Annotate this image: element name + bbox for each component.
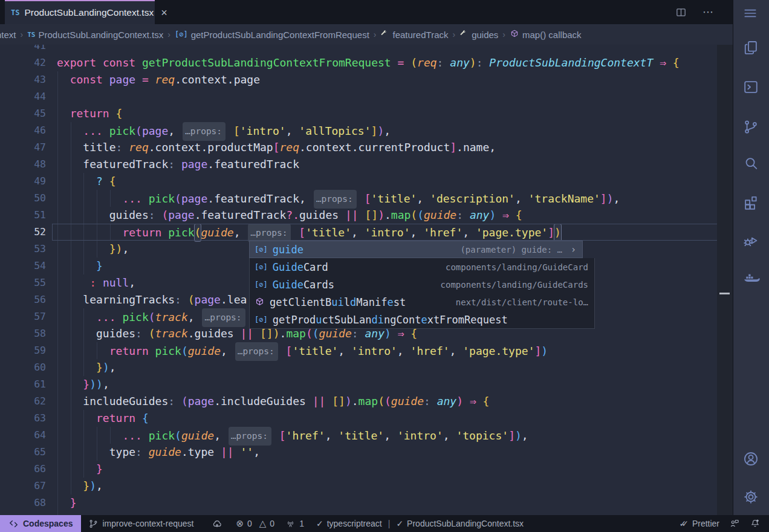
line-number[interactable]: 59	[0, 342, 46, 359]
code-line-66[interactable]: 66 }	[0, 461, 717, 478]
line-number[interactable]: 68	[0, 495, 46, 511]
breadcrumb-folder[interactable]: ntext	[0, 30, 16, 40]
inlay-hint: …props:	[314, 190, 357, 209]
editor-scrollbar[interactable]	[717, 45, 733, 515]
feedback-button[interactable]	[729, 515, 740, 532]
line-number[interactable]: 41	[0, 45, 46, 54]
language-mode-indicator[interactable]: ✓ typescriptreact	[316, 515, 382, 532]
code-line-68[interactable]: 68 }	[0, 495, 717, 511]
line-number[interactable]: 51	[0, 207, 46, 224]
line-code: includeGuides: (page.includeGuides || []…	[57, 393, 489, 410]
line-code: return {	[57, 410, 149, 427]
line-number[interactable]: 46	[0, 122, 46, 139]
suggestion-item[interactable]: getClientBuildManifestnext/dist/client/r…	[250, 293, 594, 311]
extensions-icon[interactable]	[742, 194, 761, 212]
ports-indicator[interactable]: 1	[285, 515, 304, 532]
line-number[interactable]: 64	[0, 427, 46, 444]
suggestion-label: getClientBuildManifest	[270, 296, 406, 308]
formatter-indicator[interactable]: ✓✓ Prettier	[679, 515, 719, 532]
breadcrumb-symbol-featuredtrack[interactable]: featuredTrack	[380, 29, 448, 40]
check-icon: ✓	[396, 519, 403, 528]
line-number[interactable]: 53	[0, 241, 46, 258]
line-number[interactable]: 56	[0, 291, 46, 308]
line-number[interactable]: 58	[0, 325, 46, 342]
line-number[interactable]: 47	[0, 139, 46, 156]
line-number[interactable]: 49	[0, 173, 46, 190]
menu-icon[interactable]	[742, 5, 761, 24]
code-line-46[interactable]: 46 ... pick(page, …props: ['intro', 'all…	[0, 122, 717, 139]
code-line-42[interactable]: 42export const getProductSubLandingConte…	[0, 54, 717, 71]
line-number[interactable]: 67	[0, 478, 46, 495]
split-editor-icon[interactable]	[675, 7, 687, 18]
code-line-44[interactable]: 44	[0, 88, 717, 105]
docker-icon[interactable]	[742, 270, 761, 288]
line-code: title: req.context.productMap[req.contex…	[57, 139, 496, 156]
line-number[interactable]: 57	[0, 308, 46, 325]
line-number[interactable]: 42	[0, 54, 46, 71]
terminal-icon[interactable]	[742, 79, 761, 97]
line-number[interactable]: 65	[0, 444, 46, 461]
line-number[interactable]: 50	[0, 190, 46, 207]
code-line-51[interactable]: 51 guides: (page.featuredTrack?.guides |…	[0, 207, 717, 224]
code-line-43[interactable]: 43 const page = req.context.page	[0, 71, 717, 88]
code-line-47[interactable]: 47 title: req.context.productMap[req.con…	[0, 139, 717, 156]
notifications-bell-icon[interactable]	[750, 515, 761, 532]
line-number[interactable]: 44	[0, 88, 46, 105]
code-line-49[interactable]: 49 ? {	[0, 173, 717, 190]
line-number[interactable]: 60	[0, 359, 46, 376]
code-line-45[interactable]: 45 return {	[0, 105, 717, 122]
vscode-window: TS ProductSubLandingContext.tsx × ⋯ ntex…	[0, 0, 769, 532]
tab-productsublandingcontext[interactable]: TS ProductSubLandingContext.tsx ×	[5, 0, 155, 24]
more-actions-icon[interactable]: ⋯	[702, 5, 715, 19]
search-icon[interactable]	[742, 155, 761, 173]
code-line-59[interactable]: 59 return pick(guide, …props: ['title', …	[0, 342, 717, 359]
line-number[interactable]: 63	[0, 410, 46, 427]
code-line-65[interactable]: 65 type: guide.type || '',	[0, 444, 717, 461]
line-number[interactable]: 66	[0, 461, 46, 478]
line-number[interactable]: 55	[0, 274, 46, 291]
line-number[interactable]: 62	[0, 393, 46, 410]
suggestion-item[interactable]: [⊘]GuideCardcomponents/landing/GuideCard	[250, 258, 594, 276]
line-number[interactable]: 61	[0, 376, 46, 393]
line-number[interactable]: 54	[0, 258, 46, 274]
breadcrumb-symbol-map-callback[interactable]: map() callback	[510, 29, 582, 41]
line-number[interactable]: 45	[0, 105, 46, 122]
code-line-63[interactable]: 63 return {	[0, 410, 717, 427]
line-number[interactable]: 52	[0, 224, 46, 241]
code-line-41[interactable]: 41	[0, 45, 717, 54]
breadcrumb-separator: ›	[502, 30, 505, 39]
code-line-48[interactable]: 48 featuredTrack: page.featuredTrack	[0, 156, 717, 173]
tab-close-icon[interactable]: ×	[161, 7, 167, 19]
codespaces-indicator[interactable]: Codespaces	[0, 515, 81, 532]
code-line-64[interactable]: 64 ... pick(guide, …props: ['href', 'tit…	[0, 427, 717, 444]
active-file-indicator[interactable]: ✓ ProductSubLandingContext.tsx	[396, 515, 524, 532]
source-control-icon[interactable]	[742, 118, 761, 137]
sync-button[interactable]	[212, 515, 222, 532]
wrench-icon	[380, 29, 389, 40]
run-debug-icon[interactable]	[742, 232, 761, 250]
check-icon: ✓	[316, 519, 323, 528]
suggestion-item[interactable]: [⊘]getProductSubLandingContextFromReques…	[250, 311, 594, 328]
code-line-67[interactable]: 67 }),	[0, 478, 717, 495]
breadcrumb-symbol-guides[interactable]: guides	[459, 29, 498, 40]
typescript-file-icon: TS	[11, 8, 19, 17]
branch-indicator[interactable]: improve-context-request	[88, 515, 193, 532]
line-number[interactable]: 48	[0, 156, 46, 173]
current-line-highlight	[52, 224, 723, 241]
files-icon[interactable]	[742, 39, 761, 57]
breadcrumb-file[interactable]: TSProductSubLandingContext.tsx	[27, 30, 163, 40]
suggestion-item[interactable]: [⊘]guide(parameter) guide: …›	[249, 241, 583, 258]
suggestion-item[interactable]: [⊘]GuideCardscomponents/landing/GuideCar…	[250, 276, 594, 293]
line-number[interactable]: 43	[0, 71, 46, 88]
code-line-60[interactable]: 60 }),	[0, 359, 717, 376]
breadcrumb-symbol-function[interactable]: [⊘]getProductSubLandingContextFromReques…	[175, 30, 369, 40]
breadcrumb-separator: ›	[452, 30, 455, 39]
code-line-62[interactable]: 62 includeGuides: (page.includeGuides ||…	[0, 393, 717, 410]
account-icon[interactable]	[742, 450, 761, 469]
code-line-61[interactable]: 61 })),	[0, 376, 717, 393]
line-code: return pick(guide, …props: ['title', 'in…	[57, 342, 548, 361]
problems-indicator[interactable]: ⊗ 0 △ 0	[236, 515, 274, 532]
settings-icon[interactable]	[742, 488, 761, 507]
warning-icon: △	[259, 518, 267, 529]
code-line-50[interactable]: 50 ... pick(page.featuredTrack, …props: …	[0, 190, 717, 207]
